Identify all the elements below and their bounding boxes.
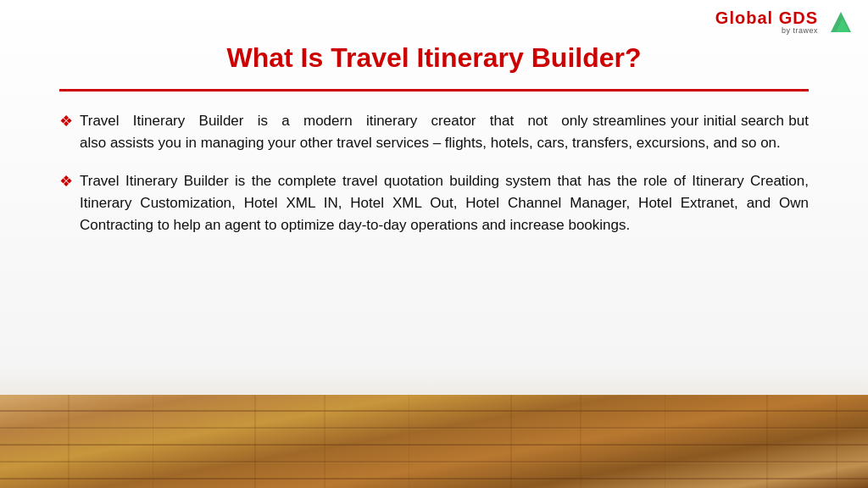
logo-global: Global	[715, 8, 779, 27]
bullet-item-1: ❖ Travel Itinerary Builder is a modern i…	[59, 110, 809, 155]
page-title: What Is Travel Itinerary Builder?	[59, 42, 809, 74]
logo-text: Global GDS by trawex	[715, 9, 818, 35]
logo-sub: by trawex	[782, 26, 818, 35]
slide: Global GDS by trawex What Is Travel Itin…	[0, 0, 868, 488]
logo-gds: GDS	[779, 8, 818, 27]
title-divider	[59, 89, 809, 92]
bullet-diamond-icon-2: ❖	[59, 172, 73, 191]
wood-floor-decoration	[0, 395, 868, 488]
logo: Global GDS by trawex	[715, 8, 853, 36]
bullet-text-2: Travel Itinerary Builder is the complete…	[80, 170, 809, 237]
logo-brand: Global GDS	[715, 9, 818, 26]
bullet-text-1: Travel Itinerary Builder is a modern iti…	[80, 110, 809, 155]
bullet-diamond-icon-1: ❖	[59, 112, 73, 130]
bullet-item-2: ❖ Travel Itinerary Builder is the comple…	[59, 170, 809, 237]
logo-arrow-icon	[826, 8, 853, 36]
